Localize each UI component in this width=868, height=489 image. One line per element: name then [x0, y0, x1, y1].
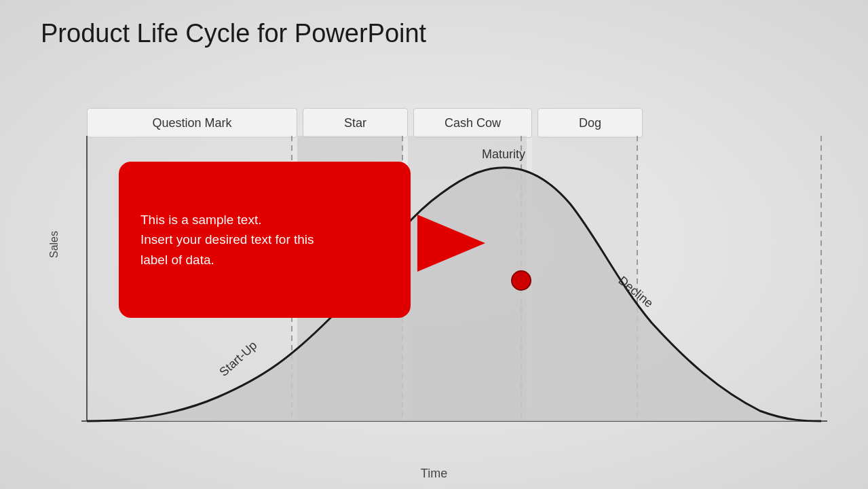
x-axis-label: Time [421, 467, 447, 481]
y-axis-label: Sales [48, 231, 60, 258]
callout-box: This is a sample text. Insert your desir… [119, 162, 411, 318]
callout-container: This is a sample text. Insert your desir… [119, 162, 421, 325]
slide-container: Product Life Cycle for PowerPoint Sales … [0, 0, 868, 489]
page-title: Product Life Cycle for PowerPoint [41, 19, 426, 48]
svg-text:Maturity: Maturity [482, 147, 525, 161]
svg-point-14 [512, 271, 531, 290]
callout-text: This is a sample text. Insert your desir… [140, 210, 314, 270]
callout-arrow [417, 215, 485, 272]
